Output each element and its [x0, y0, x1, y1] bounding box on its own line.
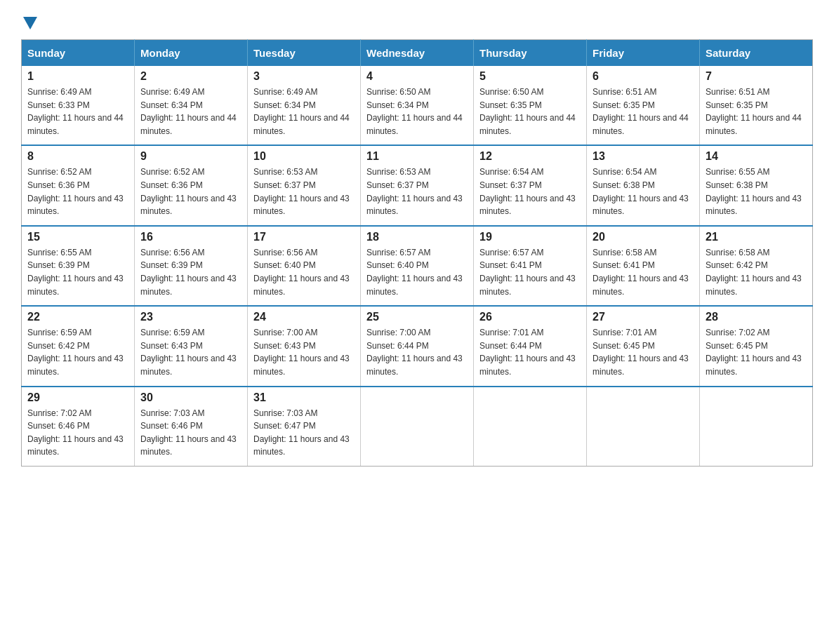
day-number: 12: [479, 150, 581, 163]
day-info: Sunrise: 7:01 AMSunset: 6:44 PMDaylight:…: [479, 326, 581, 378]
day-info: Sunrise: 6:49 AMSunset: 6:34 PMDaylight:…: [253, 86, 355, 137]
day-info: Sunrise: 7:02 AMSunset: 6:46 PMDaylight:…: [27, 407, 128, 459]
header-cell-tuesday: Tuesday: [248, 40, 361, 67]
day-info: Sunrise: 6:53 AMSunset: 6:37 PMDaylight:…: [253, 166, 355, 217]
day-cell: 6Sunrise: 6:51 AMSunset: 6:35 PMDaylight…: [587, 66, 700, 145]
calendar-table: SundayMondayTuesdayWednesdayThursdayFrid…: [21, 39, 813, 467]
day-info: Sunrise: 6:59 AMSunset: 6:42 PMDaylight:…: [27, 326, 128, 378]
day-number: 14: [706, 150, 807, 163]
day-number: 28: [706, 311, 807, 323]
week-row-1: 1Sunrise: 6:49 AMSunset: 6:33 PMDaylight…: [22, 66, 813, 145]
day-info: Sunrise: 6:59 AMSunset: 6:43 PMDaylight:…: [140, 326, 241, 378]
day-number: 19: [479, 231, 581, 243]
day-cell: 31Sunrise: 7:03 AMSunset: 6:47 PMDayligh…: [248, 387, 361, 467]
day-number: 27: [593, 311, 694, 323]
day-number: 24: [253, 311, 355, 323]
day-info: Sunrise: 6:54 AMSunset: 6:37 PMDaylight:…: [479, 166, 581, 217]
day-number: 13: [593, 150, 694, 163]
header-cell-saturday: Saturday: [700, 40, 813, 67]
day-info: Sunrise: 6:57 AMSunset: 6:41 PMDaylight:…: [479, 246, 581, 298]
day-number: 2: [140, 70, 241, 83]
day-number: 6: [593, 70, 694, 83]
logo-top: [21, 14, 37, 29]
day-info: Sunrise: 7:03 AMSunset: 6:47 PMDaylight:…: [253, 407, 355, 459]
day-cell: [700, 387, 813, 467]
day-info: Sunrise: 6:56 AMSunset: 6:39 PMDaylight:…: [140, 246, 241, 298]
day-cell: 19Sunrise: 6:57 AMSunset: 6:41 PMDayligh…: [474, 226, 587, 306]
day-info: Sunrise: 7:00 AMSunset: 6:44 PMDaylight:…: [366, 326, 468, 378]
week-row-4: 22Sunrise: 6:59 AMSunset: 6:42 PMDayligh…: [22, 306, 813, 386]
day-number: 22: [27, 311, 128, 323]
day-number: 9: [140, 150, 241, 163]
day-info: Sunrise: 6:56 AMSunset: 6:40 PMDaylight:…: [253, 246, 355, 298]
day-cell: 17Sunrise: 6:56 AMSunset: 6:40 PMDayligh…: [248, 226, 361, 306]
day-number: 26: [479, 311, 581, 323]
page-header: [21, 14, 813, 27]
day-cell: 26Sunrise: 7:01 AMSunset: 6:44 PMDayligh…: [474, 306, 587, 386]
day-cell: [474, 387, 587, 467]
day-info: Sunrise: 6:55 AMSunset: 6:39 PMDaylight:…: [27, 246, 128, 298]
calendar-header: SundayMondayTuesdayWednesdayThursdayFrid…: [22, 40, 813, 67]
day-number: 4: [366, 70, 468, 83]
day-number: 25: [366, 311, 468, 323]
day-cell: 14Sunrise: 6:55 AMSunset: 6:38 PMDayligh…: [700, 145, 813, 225]
day-number: 20: [593, 231, 694, 243]
day-cell: 2Sunrise: 6:49 AMSunset: 6:34 PMDaylight…: [135, 66, 248, 145]
day-cell: 15Sunrise: 6:55 AMSunset: 6:39 PMDayligh…: [22, 226, 135, 306]
day-cell: 4Sunrise: 6:50 AMSunset: 6:34 PMDaylight…: [361, 66, 474, 145]
day-number: 30: [140, 391, 241, 404]
day-cell: 5Sunrise: 6:50 AMSunset: 6:35 PMDaylight…: [474, 66, 587, 145]
day-cell: 20Sunrise: 6:58 AMSunset: 6:41 PMDayligh…: [587, 226, 700, 306]
header-cell-sunday: Sunday: [22, 40, 135, 67]
day-info: Sunrise: 6:55 AMSunset: 6:38 PMDaylight:…: [706, 166, 807, 217]
day-cell: 24Sunrise: 7:00 AMSunset: 6:43 PMDayligh…: [248, 306, 361, 386]
day-cell: 10Sunrise: 6:53 AMSunset: 6:37 PMDayligh…: [248, 145, 361, 225]
day-number: 16: [140, 231, 241, 243]
day-number: 31: [253, 391, 355, 404]
header-row: SundayMondayTuesdayWednesdayThursdayFrid…: [22, 40, 813, 67]
day-cell: 3Sunrise: 6:49 AMSunset: 6:34 PMDaylight…: [248, 66, 361, 145]
day-info: Sunrise: 6:50 AMSunset: 6:35 PMDaylight:…: [479, 86, 581, 137]
day-cell: 23Sunrise: 6:59 AMSunset: 6:43 PMDayligh…: [135, 306, 248, 386]
day-number: 29: [27, 391, 128, 404]
day-info: Sunrise: 6:51 AMSunset: 6:35 PMDaylight:…: [706, 86, 807, 137]
day-cell: 13Sunrise: 6:54 AMSunset: 6:38 PMDayligh…: [587, 145, 700, 225]
day-number: 8: [27, 150, 128, 163]
day-info: Sunrise: 6:57 AMSunset: 6:40 PMDaylight:…: [366, 246, 468, 298]
day-cell: 12Sunrise: 6:54 AMSunset: 6:37 PMDayligh…: [474, 145, 587, 225]
day-info: Sunrise: 6:49 AMSunset: 6:33 PMDaylight:…: [27, 86, 128, 137]
day-cell: 9Sunrise: 6:52 AMSunset: 6:36 PMDaylight…: [135, 145, 248, 225]
day-cell: 16Sunrise: 6:56 AMSunset: 6:39 PMDayligh…: [135, 226, 248, 306]
header-cell-wednesday: Wednesday: [361, 40, 474, 67]
day-info: Sunrise: 7:00 AMSunset: 6:43 PMDaylight:…: [253, 326, 355, 378]
day-number: 18: [366, 231, 468, 243]
day-cell: 11Sunrise: 6:53 AMSunset: 6:37 PMDayligh…: [361, 145, 474, 225]
day-number: 1: [27, 70, 128, 83]
day-cell: 8Sunrise: 6:52 AMSunset: 6:36 PMDaylight…: [22, 145, 135, 225]
day-info: Sunrise: 6:53 AMSunset: 6:37 PMDaylight:…: [366, 166, 468, 217]
day-number: 15: [27, 231, 128, 243]
week-row-2: 8Sunrise: 6:52 AMSunset: 6:36 PMDaylight…: [22, 145, 813, 225]
day-info: Sunrise: 6:52 AMSunset: 6:36 PMDaylight:…: [27, 166, 128, 217]
day-cell: 7Sunrise: 6:51 AMSunset: 6:35 PMDaylight…: [700, 66, 813, 145]
header-cell-monday: Monday: [135, 40, 248, 67]
week-row-3: 15Sunrise: 6:55 AMSunset: 6:39 PMDayligh…: [22, 226, 813, 306]
day-number: 11: [366, 150, 468, 163]
day-cell: 25Sunrise: 7:00 AMSunset: 6:44 PMDayligh…: [361, 306, 474, 386]
calendar-body: 1Sunrise: 6:49 AMSunset: 6:33 PMDaylight…: [22, 66, 813, 466]
day-info: Sunrise: 7:03 AMSunset: 6:46 PMDaylight:…: [140, 407, 241, 459]
day-info: Sunrise: 6:49 AMSunset: 6:34 PMDaylight:…: [140, 86, 241, 137]
day-cell: 1Sunrise: 6:49 AMSunset: 6:33 PMDaylight…: [22, 66, 135, 145]
header-cell-friday: Friday: [587, 40, 700, 67]
day-number: 17: [253, 231, 355, 243]
week-row-5: 29Sunrise: 7:02 AMSunset: 6:46 PMDayligh…: [22, 387, 813, 467]
day-number: 5: [479, 70, 581, 83]
day-cell: 21Sunrise: 6:58 AMSunset: 6:42 PMDayligh…: [700, 226, 813, 306]
day-cell: 28Sunrise: 7:02 AMSunset: 6:45 PMDayligh…: [700, 306, 813, 386]
day-cell: 22Sunrise: 6:59 AMSunset: 6:42 PMDayligh…: [22, 306, 135, 386]
day-info: Sunrise: 6:52 AMSunset: 6:36 PMDaylight:…: [140, 166, 241, 217]
day-info: Sunrise: 6:50 AMSunset: 6:34 PMDaylight:…: [366, 86, 468, 137]
header-cell-thursday: Thursday: [474, 40, 587, 67]
day-number: 10: [253, 150, 355, 163]
day-cell: [361, 387, 474, 467]
